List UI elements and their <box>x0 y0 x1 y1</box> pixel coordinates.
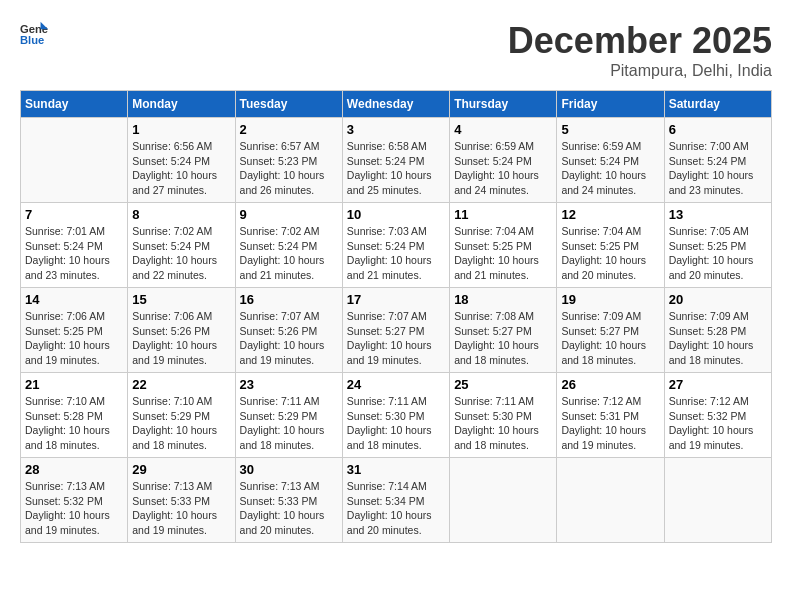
calendar-week-5: 28Sunrise: 7:13 AMSunset: 5:32 PMDayligh… <box>21 458 772 543</box>
calendar-cell: 9Sunrise: 7:02 AMSunset: 5:24 PMDaylight… <box>235 203 342 288</box>
day-number: 27 <box>669 377 767 392</box>
day-number: 5 <box>561 122 659 137</box>
day-number: 31 <box>347 462 445 477</box>
day-number: 7 <box>25 207 123 222</box>
header-friday: Friday <box>557 91 664 118</box>
calendar-cell: 2Sunrise: 6:57 AMSunset: 5:23 PMDaylight… <box>235 118 342 203</box>
day-info: Sunrise: 7:11 AMSunset: 5:30 PMDaylight:… <box>347 394 445 453</box>
day-number: 30 <box>240 462 338 477</box>
calendar-cell: 18Sunrise: 7:08 AMSunset: 5:27 PMDayligh… <box>450 288 557 373</box>
calendar-cell: 27Sunrise: 7:12 AMSunset: 5:32 PMDayligh… <box>664 373 771 458</box>
day-number: 29 <box>132 462 230 477</box>
day-number: 15 <box>132 292 230 307</box>
calendar-week-3: 14Sunrise: 7:06 AMSunset: 5:25 PMDayligh… <box>21 288 772 373</box>
day-info: Sunrise: 7:13 AMSunset: 5:32 PMDaylight:… <box>25 479 123 538</box>
calendar-cell: 26Sunrise: 7:12 AMSunset: 5:31 PMDayligh… <box>557 373 664 458</box>
header-monday: Monday <box>128 91 235 118</box>
calendar-cell: 11Sunrise: 7:04 AMSunset: 5:25 PMDayligh… <box>450 203 557 288</box>
header-tuesday: Tuesday <box>235 91 342 118</box>
day-info: Sunrise: 6:59 AMSunset: 5:24 PMDaylight:… <box>561 139 659 198</box>
calendar-body: 1Sunrise: 6:56 AMSunset: 5:24 PMDaylight… <box>21 118 772 543</box>
day-info: Sunrise: 7:08 AMSunset: 5:27 PMDaylight:… <box>454 309 552 368</box>
calendar-week-4: 21Sunrise: 7:10 AMSunset: 5:28 PMDayligh… <box>21 373 772 458</box>
header-saturday: Saturday <box>664 91 771 118</box>
calendar-cell: 16Sunrise: 7:07 AMSunset: 5:26 PMDayligh… <box>235 288 342 373</box>
logo: General Blue <box>20 20 48 48</box>
calendar-cell: 5Sunrise: 6:59 AMSunset: 5:24 PMDaylight… <box>557 118 664 203</box>
day-number: 1 <box>132 122 230 137</box>
calendar-cell: 29Sunrise: 7:13 AMSunset: 5:33 PMDayligh… <box>128 458 235 543</box>
day-number: 23 <box>240 377 338 392</box>
calendar-week-2: 7Sunrise: 7:01 AMSunset: 5:24 PMDaylight… <box>21 203 772 288</box>
day-info: Sunrise: 7:06 AMSunset: 5:25 PMDaylight:… <box>25 309 123 368</box>
day-info: Sunrise: 7:02 AMSunset: 5:24 PMDaylight:… <box>132 224 230 283</box>
day-info: Sunrise: 7:07 AMSunset: 5:26 PMDaylight:… <box>240 309 338 368</box>
day-info: Sunrise: 7:11 AMSunset: 5:29 PMDaylight:… <box>240 394 338 453</box>
calendar-cell: 10Sunrise: 7:03 AMSunset: 5:24 PMDayligh… <box>342 203 449 288</box>
calendar-cell <box>557 458 664 543</box>
day-info: Sunrise: 7:10 AMSunset: 5:28 PMDaylight:… <box>25 394 123 453</box>
calendar-cell: 13Sunrise: 7:05 AMSunset: 5:25 PMDayligh… <box>664 203 771 288</box>
day-number: 4 <box>454 122 552 137</box>
day-number: 26 <box>561 377 659 392</box>
day-info: Sunrise: 6:57 AMSunset: 5:23 PMDaylight:… <box>240 139 338 198</box>
day-info: Sunrise: 6:59 AMSunset: 5:24 PMDaylight:… <box>454 139 552 198</box>
day-number: 21 <box>25 377 123 392</box>
day-info: Sunrise: 7:13 AMSunset: 5:33 PMDaylight:… <box>240 479 338 538</box>
month-title: December 2025 <box>508 20 772 62</box>
calendar-cell: 17Sunrise: 7:07 AMSunset: 5:27 PMDayligh… <box>342 288 449 373</box>
calendar-week-1: 1Sunrise: 6:56 AMSunset: 5:24 PMDaylight… <box>21 118 772 203</box>
page-header: General Blue December 2025 Pitampura, De… <box>20 20 772 80</box>
day-info: Sunrise: 7:03 AMSunset: 5:24 PMDaylight:… <box>347 224 445 283</box>
weekday-row: Sunday Monday Tuesday Wednesday Thursday… <box>21 91 772 118</box>
day-info: Sunrise: 7:09 AMSunset: 5:28 PMDaylight:… <box>669 309 767 368</box>
day-info: Sunrise: 7:13 AMSunset: 5:33 PMDaylight:… <box>132 479 230 538</box>
day-number: 28 <box>25 462 123 477</box>
day-number: 10 <box>347 207 445 222</box>
calendar-cell: 6Sunrise: 7:00 AMSunset: 5:24 PMDaylight… <box>664 118 771 203</box>
day-number: 11 <box>454 207 552 222</box>
day-info: Sunrise: 7:14 AMSunset: 5:34 PMDaylight:… <box>347 479 445 538</box>
day-number: 16 <box>240 292 338 307</box>
day-info: Sunrise: 6:58 AMSunset: 5:24 PMDaylight:… <box>347 139 445 198</box>
day-number: 18 <box>454 292 552 307</box>
day-number: 3 <box>347 122 445 137</box>
day-number: 20 <box>669 292 767 307</box>
header-wednesday: Wednesday <box>342 91 449 118</box>
day-info: Sunrise: 7:11 AMSunset: 5:30 PMDaylight:… <box>454 394 552 453</box>
day-info: Sunrise: 7:02 AMSunset: 5:24 PMDaylight:… <box>240 224 338 283</box>
svg-text:Blue: Blue <box>20 34 44 46</box>
calendar-cell: 1Sunrise: 6:56 AMSunset: 5:24 PMDaylight… <box>128 118 235 203</box>
day-info: Sunrise: 7:01 AMSunset: 5:24 PMDaylight:… <box>25 224 123 283</box>
calendar-cell: 23Sunrise: 7:11 AMSunset: 5:29 PMDayligh… <box>235 373 342 458</box>
calendar-cell: 8Sunrise: 7:02 AMSunset: 5:24 PMDaylight… <box>128 203 235 288</box>
day-info: Sunrise: 7:09 AMSunset: 5:27 PMDaylight:… <box>561 309 659 368</box>
day-number: 25 <box>454 377 552 392</box>
day-number: 14 <box>25 292 123 307</box>
day-number: 17 <box>347 292 445 307</box>
day-info: Sunrise: 7:04 AMSunset: 5:25 PMDaylight:… <box>454 224 552 283</box>
day-info: Sunrise: 7:00 AMSunset: 5:24 PMDaylight:… <box>669 139 767 198</box>
calendar-cell <box>450 458 557 543</box>
calendar-cell: 28Sunrise: 7:13 AMSunset: 5:32 PMDayligh… <box>21 458 128 543</box>
header-sunday: Sunday <box>21 91 128 118</box>
calendar-table: Sunday Monday Tuesday Wednesday Thursday… <box>20 90 772 543</box>
calendar-cell: 3Sunrise: 6:58 AMSunset: 5:24 PMDaylight… <box>342 118 449 203</box>
calendar-cell: 14Sunrise: 7:06 AMSunset: 5:25 PMDayligh… <box>21 288 128 373</box>
day-info: Sunrise: 7:06 AMSunset: 5:26 PMDaylight:… <box>132 309 230 368</box>
calendar-cell: 21Sunrise: 7:10 AMSunset: 5:28 PMDayligh… <box>21 373 128 458</box>
calendar-cell: 12Sunrise: 7:04 AMSunset: 5:25 PMDayligh… <box>557 203 664 288</box>
calendar-cell: 31Sunrise: 7:14 AMSunset: 5:34 PMDayligh… <box>342 458 449 543</box>
calendar-cell: 15Sunrise: 7:06 AMSunset: 5:26 PMDayligh… <box>128 288 235 373</box>
day-number: 9 <box>240 207 338 222</box>
calendar-header: Sunday Monday Tuesday Wednesday Thursday… <box>21 91 772 118</box>
day-info: Sunrise: 7:07 AMSunset: 5:27 PMDaylight:… <box>347 309 445 368</box>
day-info: Sunrise: 6:56 AMSunset: 5:24 PMDaylight:… <box>132 139 230 198</box>
calendar-cell: 24Sunrise: 7:11 AMSunset: 5:30 PMDayligh… <box>342 373 449 458</box>
calendar-cell <box>664 458 771 543</box>
day-number: 8 <box>132 207 230 222</box>
location: Pitampura, Delhi, India <box>508 62 772 80</box>
title-section: December 2025 Pitampura, Delhi, India <box>508 20 772 80</box>
day-number: 6 <box>669 122 767 137</box>
calendar-cell: 7Sunrise: 7:01 AMSunset: 5:24 PMDaylight… <box>21 203 128 288</box>
